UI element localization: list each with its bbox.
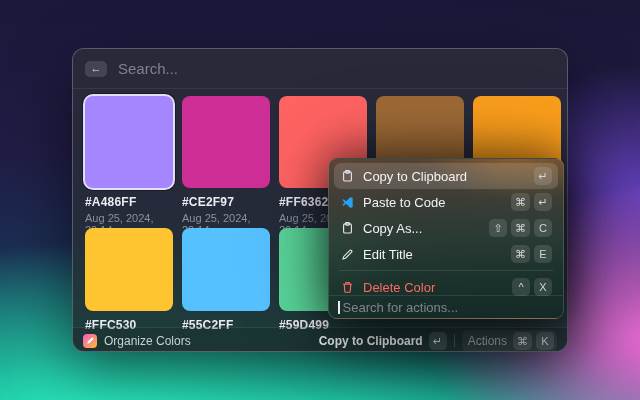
clipboard-icon xyxy=(340,169,354,183)
app-name: Organize Colors xyxy=(104,334,191,348)
menu-item-label: Delete Color xyxy=(363,280,503,295)
pen-icon xyxy=(85,336,95,346)
pencil-icon xyxy=(340,247,354,261)
search-header: ← Search... xyxy=(73,49,567,89)
menu-item-label: Copy As... xyxy=(363,221,480,236)
clipboard-icon xyxy=(340,221,354,235)
color-card[interactable]: #55C2FF xyxy=(182,228,270,332)
actions-label: Actions xyxy=(468,334,507,348)
key-badge: ↵ xyxy=(534,193,552,211)
key-badge: E xyxy=(534,245,552,263)
shortcut-keys: ^ X xyxy=(512,278,552,296)
color-swatch[interactable] xyxy=(85,228,173,311)
shortcut-keys: ⌘ ↵ xyxy=(511,193,552,211)
shortcut-keys: ↵ xyxy=(534,167,552,185)
key-badge: ⌘ xyxy=(511,245,530,263)
primary-action-button[interactable]: Copy to Clipboard ↵ xyxy=(319,332,447,350)
shortcut-keys: ⇧ ⌘ C xyxy=(489,219,552,237)
search-input[interactable]: Search... xyxy=(118,60,178,77)
menu-item-label: Paste to Code xyxy=(363,195,502,210)
color-card[interactable]: #FFC530 xyxy=(85,228,173,332)
key-badge: ⌘ xyxy=(511,193,530,211)
menu-item-label: Edit Title xyxy=(363,247,502,262)
color-swatch[interactable] xyxy=(182,96,270,188)
menu-item-copy-to-clipboard[interactable]: Copy to Clipboard ↵ xyxy=(334,163,558,189)
color-swatch[interactable] xyxy=(182,228,270,311)
back-button[interactable]: ← xyxy=(85,61,107,77)
cmd-key-badge: ⌘ xyxy=(513,332,532,350)
shortcut-keys: ⌘ E xyxy=(511,245,552,263)
menu-item-edit-title[interactable]: Edit Title ⌘ E xyxy=(334,241,558,267)
color-hex-label: #A486FF xyxy=(85,195,173,209)
app-chip[interactable]: Organize Colors xyxy=(83,334,191,348)
footer-divider xyxy=(454,334,455,347)
text-caret xyxy=(338,301,340,314)
actions-search-input[interactable]: Search for actions... xyxy=(329,295,563,318)
menu-item-paste-to-code[interactable]: Paste to Code ⌘ ↵ xyxy=(334,189,558,215)
trash-icon xyxy=(340,280,354,294)
color-hex-label: #CE2F97 xyxy=(182,195,270,209)
key-badge: ⇧ xyxy=(489,219,507,237)
primary-action-label: Copy to Clipboard xyxy=(319,334,423,348)
color-swatch-selected[interactable] xyxy=(85,96,173,188)
key-badge: ^ xyxy=(512,278,530,296)
k-key-badge: K xyxy=(536,332,554,350)
menu-separator xyxy=(339,270,553,271)
actions-menu-button[interactable]: Actions ⌘ K xyxy=(462,330,557,352)
color-card[interactable]: #CE2F97 Aug 25, 2024, 20:14 xyxy=(182,96,270,236)
color-card[interactable]: #A486FF Aug 25, 2024, 20:14 xyxy=(85,96,173,236)
swatch-row-2: #FFC530 #55C2FF #59D499 xyxy=(85,228,367,332)
menu-item-label: Copy to Clipboard xyxy=(363,169,525,184)
key-badge: X xyxy=(534,278,552,296)
vscode-icon xyxy=(340,195,354,209)
key-badge: ⌘ xyxy=(511,219,530,237)
arrow-left-icon: ← xyxy=(91,63,102,74)
action-context-menu: Copy to Clipboard ↵ Paste to Code ⌘ ↵ Co… xyxy=(328,158,564,319)
return-key-badge: ↵ xyxy=(429,332,447,350)
menu-item-copy-as[interactable]: Copy As... ⇧ ⌘ C xyxy=(334,215,558,241)
key-badge: C xyxy=(534,219,552,237)
key-badge: ↵ xyxy=(534,167,552,185)
actions-search-placeholder: Search for actions... xyxy=(343,300,459,315)
organize-colors-app-icon xyxy=(83,334,97,348)
status-bar: Organize Colors Copy to Clipboard ↵ Acti… xyxy=(73,327,567,352)
footer-actions: Copy to Clipboard ↵ Actions ⌘ K xyxy=(319,330,557,352)
